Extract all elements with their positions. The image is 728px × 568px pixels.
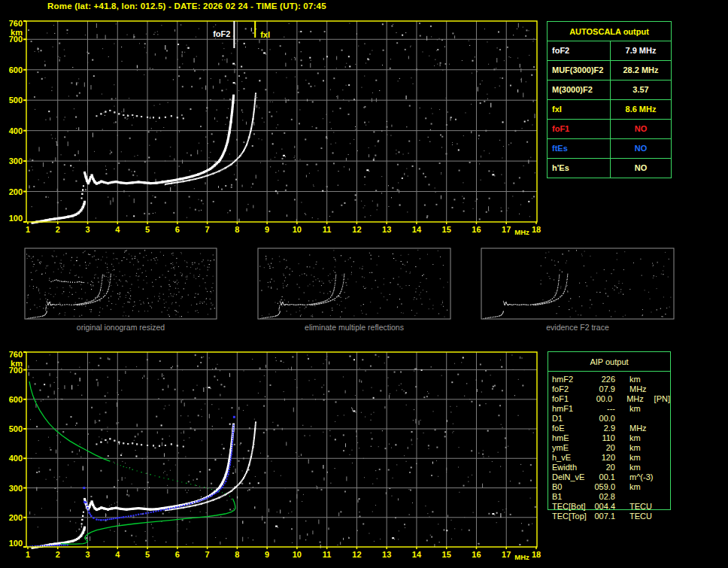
aip-param-value: --- xyxy=(590,404,615,414)
bottom-ionogram-plot: 760700600500400300200100km12345678910111… xyxy=(9,350,541,561)
aip-row-foF1: foF100.0MHz[PN] xyxy=(548,394,670,404)
aip-param-value: 004.4 xyxy=(590,502,615,512)
aip-param-unit: km xyxy=(629,375,655,384)
svg-text:11: 11 xyxy=(323,225,332,234)
autoscala-param-value: 7.9 MHz xyxy=(611,41,671,60)
svg-text:10: 10 xyxy=(293,550,302,559)
aip-row-hmF1: hmF1---km xyxy=(548,404,670,414)
svg-text:400: 400 xyxy=(9,126,23,135)
svg-text:4: 4 xyxy=(115,225,120,234)
aip-row-D1: D100.0 xyxy=(548,414,670,424)
aip-row-DelN_vE: DelN_vE00.1m^(-3) xyxy=(548,472,670,482)
autoscala-param-label: MUF(3000)F2 xyxy=(548,61,611,80)
aip-param-value: 00.0 xyxy=(590,414,615,424)
svg-text:5: 5 xyxy=(145,550,150,559)
aip-param-unit xyxy=(629,492,655,502)
autoscala-param-value: NO xyxy=(611,159,671,178)
autoscala-param-label: ftEs xyxy=(548,139,611,158)
svg-text:16: 16 xyxy=(472,225,481,234)
aip-param-unit: TECU xyxy=(629,502,655,512)
aip-param-label: B1 xyxy=(552,492,590,502)
aip-param-value: 2.9 xyxy=(590,424,615,433)
svg-text:1: 1 xyxy=(26,225,30,234)
svg-text:3: 3 xyxy=(85,225,89,234)
svg-text:14: 14 xyxy=(412,550,422,559)
aip-table-rows: hmF2226kmfoF207.9MHzfoF100.0MHz[PN]hmF1-… xyxy=(548,375,670,521)
svg-text:600: 600 xyxy=(9,65,23,74)
thumbnail-2 xyxy=(258,248,450,319)
autoscala-row-h'Es: h'EsNO xyxy=(548,159,671,178)
autoscala-row-MUF(3000)F2: MUF(3000)F228.2 MHz xyxy=(548,61,671,80)
aip-row-B0: B0059.0km xyxy=(548,482,670,492)
autoscala-table-rows: foF27.9 MHzMUF(3000)F228.2 MHzM(3000)F23… xyxy=(548,41,671,178)
svg-text:760: 760 xyxy=(9,350,23,359)
aip-param-value: 120 xyxy=(590,453,615,463)
aip-param-unit: km xyxy=(629,443,655,453)
svg-text:300: 300 xyxy=(9,484,23,493)
aip-param-label: hmF1 xyxy=(552,404,590,414)
thumbnail-caption-original: original ionogram resized xyxy=(25,323,217,332)
aip-param-value: 20 xyxy=(590,463,615,472)
svg-text:600: 600 xyxy=(9,395,23,404)
autoscala-param-value: 3.57 xyxy=(611,80,671,99)
aip-param-value: 059.0 xyxy=(590,482,615,492)
svg-text:7: 7 xyxy=(205,225,210,234)
autoscala-param-value: 28.2 MHz xyxy=(611,61,671,80)
aip-param-label: Ewidth xyxy=(552,463,590,472)
thumbnail-caption-eliminate: eliminate multiple reflections xyxy=(258,323,450,332)
svg-text:6: 6 xyxy=(175,550,180,559)
svg-text:2: 2 xyxy=(56,550,60,559)
svg-text:18: 18 xyxy=(532,550,541,559)
aip-param-label: foF2 xyxy=(552,384,590,394)
aip-output-table: AIP output hmF2226kmfoF207.9MHzfoF100.0M… xyxy=(548,351,671,510)
svg-text:400: 400 xyxy=(9,454,23,463)
svg-text:100: 100 xyxy=(9,539,23,548)
svg-text:3: 3 xyxy=(85,550,89,559)
autoscala-param-label: foF2 xyxy=(548,41,611,60)
aip-table-title: AIP output xyxy=(548,352,670,372)
aip-param-unit: MHz xyxy=(629,384,655,394)
aip-param-value: 00.0 xyxy=(588,394,612,404)
svg-text:5: 5 xyxy=(145,225,150,234)
svg-text:11: 11 xyxy=(323,550,332,559)
aip-row-h_vE: h_vE120km xyxy=(548,453,670,463)
svg-text:13: 13 xyxy=(382,550,391,559)
svg-text:15: 15 xyxy=(442,550,451,559)
aip-row-hmE: hmE110km xyxy=(548,433,670,443)
autoscala-row-fxI: fxI8.6 MHz xyxy=(548,100,671,120)
aip-param-value: 110 xyxy=(590,433,615,443)
aip-param-value: 20 xyxy=(590,443,615,453)
svg-text:12: 12 xyxy=(352,225,361,234)
aip-param-label: DelN_vE xyxy=(552,472,590,482)
svg-text:15: 15 xyxy=(442,225,451,234)
svg-text:18: 18 xyxy=(532,225,541,234)
svg-text:2: 2 xyxy=(56,225,60,234)
thumbnail-3 xyxy=(481,248,674,319)
thumbnail-caption-evidence: evidence F2 trace xyxy=(481,323,674,332)
svg-text:fxI: fxI xyxy=(260,30,270,39)
svg-text:MHz: MHz xyxy=(514,228,529,236)
autoscala-param-label: foF1 xyxy=(548,120,611,138)
aip-row-TEC[Bot]: TEC[Bot]004.4TECU xyxy=(548,502,670,512)
svg-text:500: 500 xyxy=(9,96,23,105)
aip-param-unit: km xyxy=(629,404,655,414)
autoscala-param-value: NO xyxy=(611,139,671,158)
autoscala-row-M(3000)F2: M(3000)F23.57 xyxy=(548,80,671,100)
aip-param-unit xyxy=(629,414,655,424)
aip-row-Ewidth: Ewidth20km xyxy=(548,463,670,472)
svg-text:km: km xyxy=(11,359,23,368)
svg-text:6: 6 xyxy=(175,225,180,234)
svg-text:17: 17 xyxy=(502,225,511,234)
aip-param-value: 07.9 xyxy=(590,384,615,394)
svg-text:7: 7 xyxy=(205,550,210,559)
svg-text:8: 8 xyxy=(235,225,239,234)
svg-text:760: 760 xyxy=(9,19,23,28)
aip-param-unit: km xyxy=(629,453,655,463)
svg-text:200: 200 xyxy=(9,513,23,522)
autoscala-param-value: NO xyxy=(611,120,671,138)
autoscala-param-label: M(3000)F2 xyxy=(548,80,611,99)
svg-text:4: 4 xyxy=(115,550,120,559)
svg-text:9: 9 xyxy=(265,225,269,234)
aip-param-unit: MHz xyxy=(626,394,651,404)
svg-text:100: 100 xyxy=(9,214,23,223)
